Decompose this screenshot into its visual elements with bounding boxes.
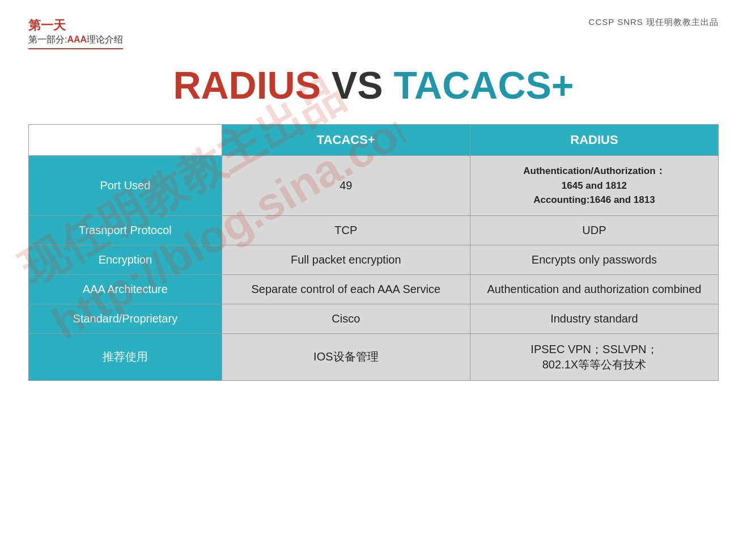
- subtitle-bold: AAA: [67, 35, 87, 44]
- table-row: Port Used49Authentication/Authorization：…: [29, 156, 719, 216]
- title-radius: RADIUS: [173, 63, 321, 107]
- radius-cell: Encrypts only passwords: [470, 245, 718, 274]
- subtitle-suffix: 理论介绍: [87, 35, 123, 44]
- header-cell-radius: RADIUS: [470, 125, 718, 156]
- title-tacacs: TACACS+: [394, 63, 574, 107]
- tacacs-cell: 49: [222, 156, 470, 216]
- tacacs-cell: Cisco: [222, 304, 470, 333]
- table-row: 推荐使用IOS设备管理IPSEC VPN；SSLVPN； 802.1X等等公有技…: [29, 333, 719, 380]
- table-row: Trasnport ProtocolTCPUDP: [29, 215, 719, 245]
- table-row: Standard/ProprietaryCiscoIndustry standa…: [29, 304, 719, 333]
- feature-cell: AAA Architecture: [29, 274, 222, 304]
- header-cell-tacacs: TACACS+: [222, 125, 470, 156]
- subtitle-prefix: 第一部分:: [28, 35, 67, 44]
- radius-cell: UDP: [470, 215, 718, 245]
- tacacs-cell: TCP: [222, 215, 470, 245]
- table-row: EncryptionFull packet encryptionEncrypts…: [29, 245, 719, 274]
- radius-cell: Industry standard: [470, 304, 718, 333]
- main-title: RADIUS VS TACACS+: [28, 63, 719, 107]
- feature-cell: Port Used: [29, 156, 222, 216]
- comparison-table: TACACS+ RADIUS Port Used49Authentication…: [28, 124, 719, 381]
- header-left: 第一天 第一部分:AAA理论介绍: [28, 17, 123, 61]
- radius-cell: Authentication and authorization combine…: [470, 274, 718, 304]
- slide: 第一天 第一部分:AAA理论介绍 CCSP SNRS 现任明教教主出品 RADI…: [0, 0, 747, 560]
- feature-cell: Standard/Proprietary: [29, 304, 222, 333]
- day-label: 第一天: [28, 17, 123, 34]
- tacacs-cell: IOS设备管理: [222, 333, 470, 380]
- brand-label: CCSP SNRS 现任明教教主出品: [589, 17, 719, 28]
- subtitle: 第一部分:AAA理论介绍: [28, 34, 123, 49]
- header-cell-empty: [29, 125, 222, 156]
- table-row: AAA ArchitectureSeparate control of each…: [29, 274, 719, 304]
- feature-cell: Encryption: [29, 245, 222, 274]
- feature-cell: 推荐使用: [29, 333, 222, 380]
- header-top: 第一天 第一部分:AAA理论介绍 CCSP SNRS 现任明教教主出品: [28, 17, 719, 61]
- tacacs-cell: Full packet encryption: [222, 245, 470, 274]
- feature-cell: Trasnport Protocol: [29, 215, 222, 245]
- title-vs: VS: [321, 63, 394, 107]
- table-header-row: TACACS+ RADIUS: [29, 125, 719, 156]
- radius-cell: IPSEC VPN；SSLVPN； 802.1X等等公有技术: [470, 333, 718, 380]
- tacacs-cell: Separate control of each AAA Service: [222, 274, 470, 304]
- radius-cell: Authentication/Authorization： 1645 and 1…: [470, 156, 718, 216]
